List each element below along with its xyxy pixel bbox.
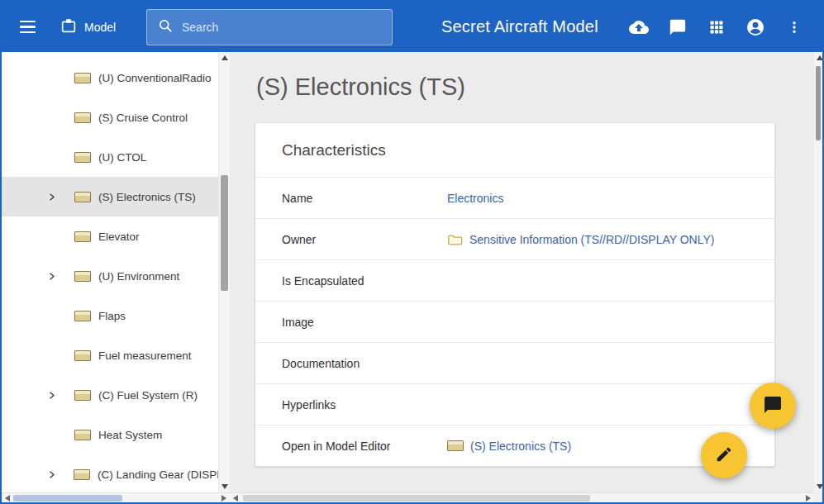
- row-label: Image: [282, 316, 447, 329]
- scroll-right-arrow[interactable]: [221, 495, 226, 502]
- main-horizontal-scrollbar[interactable]: [230, 492, 814, 502]
- search-input[interactable]: [182, 21, 382, 34]
- card-rows: NameElectronicsOwnerSensitive Informatio…: [255, 177, 774, 466]
- chevron-right-icon[interactable]: [46, 388, 66, 402]
- tree-item[interactable]: Fuel measurement: [2, 335, 218, 375]
- apps-grid-icon[interactable]: [707, 17, 726, 37]
- main-vertical-scrollbar[interactable]: [814, 52, 822, 492]
- chevron-right-icon[interactable]: [46, 190, 66, 203]
- scrollbar-corner: [814, 492, 822, 502]
- model-button-label: Model: [84, 21, 116, 34]
- app-window: Model Secret Aircraft Model: [0, 0, 824, 504]
- chevron-spacer: [46, 428, 66, 441]
- tree-item-label: (S) Electronics (TS): [98, 191, 196, 203]
- tree-item-label: (U) Environment: [98, 270, 179, 283]
- app-title: Secret Aircraft Model: [441, 2, 598, 52]
- chevron-spacer: [46, 71, 66, 84]
- tree-item-label: (S) Cruise Control: [98, 112, 188, 124]
- row-label: Open in Model Editor: [282, 440, 447, 453]
- card-row: Is Encapsulated: [255, 259, 774, 301]
- scroll-up-arrow[interactable]: [817, 55, 823, 60]
- tree-item[interactable]: Flaps: [2, 296, 218, 335]
- card-row: Open in Model Editor(S) Electronics (TS): [255, 425, 774, 466]
- row-value-link[interactable]: Electronics: [447, 192, 503, 205]
- tree-item[interactable]: Elevator: [2, 216, 218, 256]
- sidebar-vertical-scrollbar[interactable]: [218, 52, 230, 492]
- tree-item[interactable]: Heat System: [2, 415, 218, 454]
- sidebar: (U) ConventionalRadio(S) Cruise Control(…: [2, 52, 218, 492]
- tree-item-label: (C) Fuel System (R): [98, 389, 198, 402]
- main-scrollbar-thumb[interactable]: [816, 66, 821, 140]
- block-icon: [74, 350, 91, 361]
- sidebar-hscrollbar-thumb[interactable]: [13, 495, 122, 502]
- card-row: NameElectronics: [255, 177, 774, 218]
- tree-item[interactable]: (C) Fuel System (R): [2, 375, 218, 415]
- scroll-up-arrow[interactable]: [221, 55, 228, 60]
- model-icon: [60, 17, 78, 37]
- page-title: (S) Electronics (TS): [256, 74, 465, 101]
- scroll-left-arrow[interactable]: [233, 495, 238, 502]
- tree-item[interactable]: (U) CTOL: [2, 137, 218, 177]
- tree-item[interactable]: (C) Landing Gear (DISPL: [2, 454, 218, 492]
- folder-icon: [447, 233, 463, 246]
- row-label: Hyperlinks: [282, 398, 447, 411]
- model-button[interactable]: Model: [60, 2, 116, 52]
- block-icon: [74, 311, 91, 321]
- row-value: Sensitive Information (TS//RD//DISPLAY O…: [447, 233, 714, 246]
- tree-item[interactable]: (S) Cruise Control: [2, 97, 218, 137]
- card-row: Hyperlinks: [255, 383, 774, 425]
- tree-item-label: Elevator: [98, 231, 140, 243]
- block-icon: [74, 469, 90, 480]
- search-icon: [157, 17, 174, 37]
- sidebar-tree: (U) ConventionalRadio(S) Cruise Control(…: [2, 52, 218, 492]
- account-icon[interactable]: [745, 17, 765, 37]
- row-label: Is Encapsulated: [282, 274, 447, 288]
- tree-item-label: (C) Landing Gear (DISPL: [98, 468, 218, 481]
- block-icon: [74, 390, 91, 401]
- block-icon: [74, 271, 91, 282]
- chevron-right-icon[interactable]: [46, 269, 66, 283]
- card-row: Image: [255, 301, 774, 342]
- scroll-down-arrow[interactable]: [817, 484, 823, 489]
- main-hscrollbar-thumb[interactable]: [243, 495, 590, 502]
- comment-icon: [763, 395, 783, 417]
- comment-icon[interactable]: [668, 17, 688, 37]
- block-icon: [74, 192, 91, 202]
- sidebar-scrollbar-thumb[interactable]: [221, 175, 228, 291]
- chevron-spacer: [46, 349, 66, 362]
- sidebar-horizontal-scrollbar[interactable]: [2, 492, 230, 502]
- row-value: Electronics: [447, 192, 503, 205]
- cloud-upload-icon[interactable]: [629, 17, 649, 37]
- tree-item[interactable]: (S) Electronics (TS): [2, 177, 218, 216]
- card-header: Characteristics: [255, 123, 774, 177]
- menu-button[interactable]: [20, 2, 46, 52]
- row-label: Name: [282, 192, 447, 205]
- main-content: (S) Electronics (TS) Characteristics Nam…: [230, 52, 814, 492]
- search-box[interactable]: [146, 9, 393, 45]
- block-icon: [74, 152, 91, 163]
- tree-item[interactable]: (U) ConventionalRadio: [2, 58, 218, 97]
- edit-fab[interactable]: [701, 432, 747, 478]
- menu-icon: [20, 21, 36, 34]
- row-value-link[interactable]: Sensitive Information (TS//RD//DISPLAY O…: [469, 233, 714, 246]
- comment-fab[interactable]: [750, 383, 796, 429]
- scroll-down-arrow[interactable]: [221, 484, 228, 489]
- block-icon: [74, 231, 91, 242]
- row-label: Owner: [282, 233, 447, 246]
- chevron-right-icon[interactable]: [46, 468, 65, 481]
- more-vertical-icon[interactable]: [784, 17, 804, 37]
- characteristics-card: Characteristics NameElectronicsOwnerSens…: [255, 122, 775, 467]
- tree-item-label: (U) CTOL: [98, 151, 146, 164]
- card-row: Documentation: [255, 342, 774, 383]
- tree-item[interactable]: (U) Environment: [2, 256, 218, 296]
- chevron-spacer: [46, 309, 66, 322]
- scroll-left-arrow[interactable]: [5, 495, 10, 502]
- chevron-spacer: [46, 111, 66, 124]
- chevron-spacer: [46, 230, 66, 243]
- scroll-right-arrow[interactable]: [806, 495, 811, 502]
- tree-item-label: (U) ConventionalRadio: [98, 72, 212, 84]
- app-bar: Model Secret Aircraft Model: [2, 2, 822, 52]
- tree-item-label: Heat System: [98, 429, 162, 441]
- row-value-link[interactable]: (S) Electronics (TS): [470, 440, 571, 453]
- tree-item-label: Flaps: [98, 310, 126, 322]
